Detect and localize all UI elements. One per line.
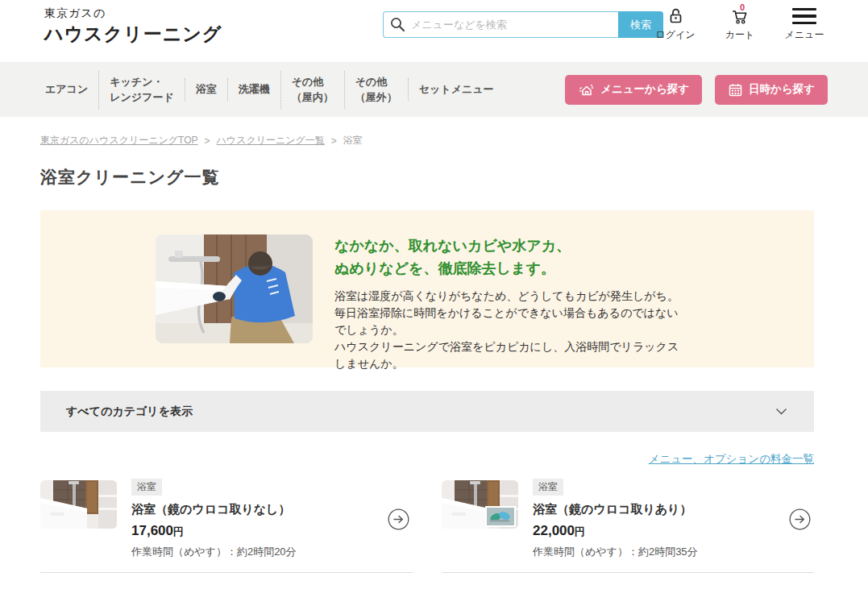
nav-item-set-menu[interactable]: セットメニュー	[408, 78, 505, 101]
menu-label: メニュー	[785, 28, 824, 42]
calendar-icon	[728, 82, 743, 98]
menu-card-bathroom-no-mirror[interactable]: 浴室 浴室（鏡のウロコ取りなし） 17,600円 作業時間（めやす）：約2時間2…	[40, 479, 413, 573]
breadcrumb-separator: >	[331, 135, 337, 147]
breadcrumb-link-top[interactable]: 東京ガスのハウスクリーニングTOP	[40, 134, 198, 147]
category-toggle-bar[interactable]: すべてのカテゴリを表示	[40, 391, 814, 432]
card-category-tag: 浴室	[533, 479, 563, 496]
price-list-link[interactable]: メニュー、オプションの料金一覧	[649, 453, 814, 465]
breadcrumb: 東京ガスのハウスクリーニングTOP > ハウスクリーニング一覧 > 浴室	[40, 134, 814, 147]
hero-banner: なかなか、取れないカビや水アカ、 ぬめりなどを、徹底除去します。 浴室は湿度が高…	[40, 210, 814, 367]
hero-heading: なかなか、取れないカビや水アカ、 ぬめりなどを、徹底除去します。	[334, 235, 679, 280]
nav-item-kitchen-rangehood[interactable]: キッチン・レンジフード	[98, 71, 185, 109]
arrow-right-circle-icon[interactable]	[789, 508, 811, 530]
search-by-date-button[interactable]: 日時から探す	[715, 75, 828, 105]
cart-icon: 0	[730, 6, 750, 26]
nav-item-washing-machine[interactable]: 洗濯機	[227, 78, 280, 101]
nav-item-aircon[interactable]: エアコン	[35, 78, 98, 101]
logo-main-text: ハウスクリーニング	[44, 22, 222, 47]
site-logo[interactable]: 東京ガスの ハウスクリーニング	[44, 6, 222, 47]
nav-item-other-outdoor[interactable]: その他（屋外）	[344, 71, 408, 109]
nav-item-other-indoor[interactable]: その他（屋内）	[280, 71, 344, 109]
main-content: 東京ガスのハウスクリーニングTOP > ハウスクリーニング一覧 > 浴室 浴室ク…	[0, 134, 868, 573]
card-duration: 作業時間（めやす）：約2時間20分	[131, 545, 373, 559]
card-price-row: 22,000円	[533, 523, 775, 539]
card-price: 22,000	[533, 523, 575, 538]
logo-top-text: 東京ガスの	[44, 6, 222, 21]
card-thumbnail-bathroom-inset	[442, 480, 518, 529]
card-price-row: 17,600円	[131, 523, 373, 539]
header-actions: ログイン 0 カート メニュー	[652, 6, 828, 42]
site-header: 東京ガスの ハウスクリーニング 検索 ログイン	[0, 0, 868, 62]
search-input[interactable]	[383, 11, 618, 38]
hamburger-icon	[792, 6, 816, 26]
hero-text: なかなか、取れないカビや水アカ、 ぬめりなどを、徹底除去します。 浴室は湿度が高…	[334, 234, 679, 343]
search-by-menu-label: メニューから探す	[600, 82, 689, 97]
category-toggle-label: すべてのカテゴリを表示	[66, 405, 193, 419]
nav-buttons: メニューから探す 日時から探す	[565, 75, 828, 105]
card-price: 17,600	[131, 523, 173, 538]
card-title: 浴室（鏡のウロコ取りなし）	[131, 502, 373, 517]
nav-item-bathroom[interactable]: 浴室	[185, 78, 227, 101]
search-bar: 検索	[383, 11, 663, 38]
login-button[interactable]: ログイン	[652, 6, 699, 42]
card-duration: 作業時間（めやす）：約2時間35分	[533, 545, 775, 559]
card-thumbnail-bathroom	[40, 480, 117, 529]
cart-count-badge: 0	[740, 2, 745, 12]
hero-description: 浴室は湿度が高くなりがちなため、どうしてもカビが発生しがち。 毎日浴室掃除に時間…	[334, 288, 679, 372]
cart-label: カート	[725, 28, 755, 42]
house-sparkle-icon	[578, 81, 595, 98]
page-title: 浴室クリーニング一覧	[40, 166, 814, 189]
card-info: 浴室 浴室（鏡のウロコ取りなし） 17,600円 作業時間（めやす）：約2時間2…	[131, 479, 373, 559]
card-category-tag: 浴室	[131, 479, 162, 496]
price-list-link-row: メニュー、オプションの料金一覧	[40, 451, 814, 467]
menu-card-list: 浴室 浴室（鏡のウロコ取りなし） 17,600円 作業時間（めやす）：約2時間2…	[40, 479, 814, 573]
chevron-down-icon	[775, 408, 787, 415]
cart-button[interactable]: 0 カート	[716, 6, 763, 42]
lock-open-icon	[667, 6, 684, 26]
breadcrumb-link-cleaning-list[interactable]: ハウスクリーニング一覧	[217, 134, 325, 147]
category-nav: エアコン キッチン・レンジフード 浴室 洗濯機 その他（屋内） その他（屋外） …	[0, 62, 868, 117]
nav-list: エアコン キッチン・レンジフード 浴室 洗濯機 その他（屋内） その他（屋外） …	[35, 71, 505, 109]
login-label: ログイン	[655, 28, 695, 42]
card-title: 浴室（鏡のウロコ取りあり）	[533, 502, 775, 517]
search-by-menu-button[interactable]: メニューから探す	[565, 75, 702, 105]
card-info: 浴室 浴室（鏡のウロコ取りあり） 22,000円 作業時間（めやす）：約2時間3…	[533, 479, 775, 559]
card-currency: 円	[575, 525, 585, 537]
hero-photo-bathroom-cleaning	[156, 234, 313, 343]
card-currency: 円	[173, 525, 184, 537]
menu-card-bathroom-with-mirror[interactable]: 浴室 浴室（鏡のウロコ取りあり） 22,000円 作業時間（めやす）：約2時間3…	[442, 479, 814, 573]
breadcrumb-separator: >	[205, 135, 210, 147]
breadcrumb-current: 浴室	[343, 134, 363, 147]
menu-button[interactable]: メニュー	[781, 6, 828, 42]
search-by-date-label: 日時から探す	[749, 82, 815, 97]
arrow-right-circle-icon[interactable]	[388, 508, 409, 530]
